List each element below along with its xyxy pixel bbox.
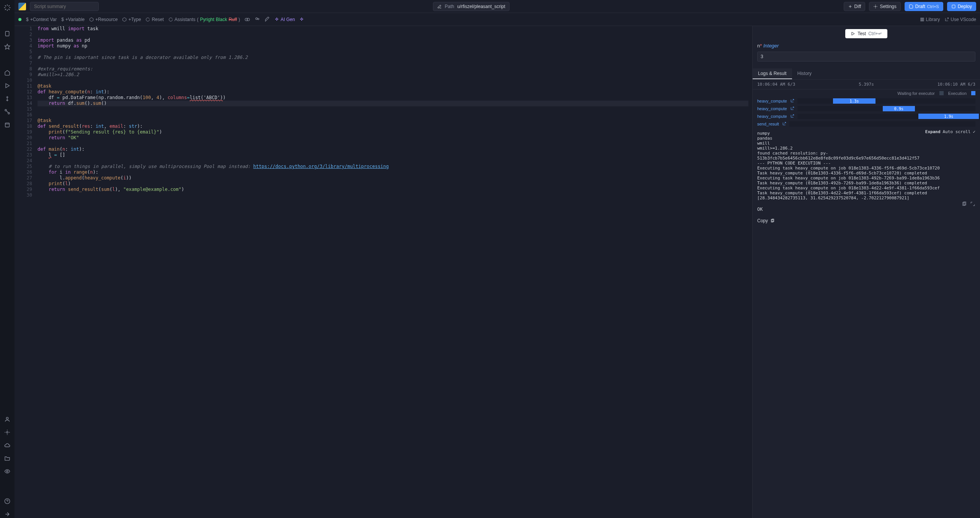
path-label: Path: [445, 4, 454, 9]
ai-gen-button[interactable]: AI Gen: [274, 17, 295, 22]
expand-result-icon[interactable]: [970, 201, 975, 208]
exec-duration: 5.397s: [859, 82, 874, 87]
reset-button[interactable]: Reset: [145, 17, 163, 22]
line-gutter: 1234567891011121314151617181920212223242…: [15, 26, 38, 518]
job-row: send_result 0.8s: [753, 120, 980, 128]
add-resource[interactable]: +Resource: [89, 17, 118, 22]
legend: Waiting for executor Execution: [753, 90, 980, 97]
assistants[interactable]: Assistants (Pyright Black Ruff): [168, 17, 240, 22]
expand-button[interactable]: Expand: [925, 129, 941, 134]
svg-point-15: [258, 18, 259, 20]
svg-point-14: [256, 18, 258, 20]
svg-point-13: [247, 18, 250, 21]
tab-history[interactable]: History: [792, 68, 817, 79]
svg-point-4: [8, 112, 10, 114]
job-name[interactable]: heavy_compute: [757, 114, 787, 119]
cloud-icon[interactable]: [3, 441, 11, 449]
folder-icon[interactable]: [3, 454, 11, 462]
open-job-icon[interactable]: [790, 114, 794, 119]
open-job-icon[interactable]: [782, 122, 786, 127]
refresh-icon: [145, 17, 150, 22]
code-body[interactable]: from wmill import taskimport pandas as p…: [38, 26, 752, 518]
use-vscode-button[interactable]: Use VScode: [944, 17, 976, 22]
library-button[interactable]: Library: [920, 17, 940, 22]
external-icon: [944, 17, 949, 22]
brush-icon[interactable]: [265, 17, 270, 22]
job-row: heavy_compute 0.9s: [753, 105, 980, 112]
open-job-icon[interactable]: [790, 106, 794, 111]
play-icon: [851, 31, 855, 36]
svg-rect-11: [952, 5, 955, 8]
exec-end: 10:06:10 AM 6/3: [938, 82, 975, 87]
job-name[interactable]: send_result: [757, 122, 779, 126]
code-editor[interactable]: 1234567891011121314151617181920212223242…: [15, 26, 752, 518]
gear-icon: [873, 4, 878, 9]
type-icon: [122, 17, 127, 22]
eye-icon[interactable]: [3, 468, 11, 475]
logo-icon[interactable]: [3, 4, 11, 11]
add-context-var[interactable]: $+Context Var: [26, 17, 57, 22]
open-job-icon[interactable]: [790, 99, 794, 104]
draft-button[interactable]: Draft Ctrl+S: [905, 2, 943, 11]
user-icon[interactable]: [3, 415, 11, 423]
toggle-icon[interactable]: [245, 17, 250, 22]
legend-exec-sw: [971, 91, 975, 95]
legend-waiting-sw: [939, 91, 944, 95]
test-button[interactable]: Test Ctrl+↵: [845, 29, 887, 38]
svg-marker-1: [5, 44, 10, 49]
diff-label: Diff: [854, 4, 861, 9]
toolbar: $+Context Var $+Variable +Resource +Type…: [15, 13, 980, 26]
svg-point-10: [875, 6, 876, 7]
job-name[interactable]: heavy_compute: [757, 99, 787, 103]
job-name[interactable]: heavy_compute: [757, 106, 787, 111]
settings-button[interactable]: Settings: [869, 2, 900, 11]
copy-button[interactable]: Copy: [753, 218, 980, 223]
status-dot: [18, 18, 21, 21]
exec-start: 10:06:04 AM 6/3: [757, 82, 795, 87]
add-variable[interactable]: $+Variable: [61, 17, 85, 22]
edit-icon: [437, 4, 442, 9]
autoscroll-label: Auto scroll: [943, 129, 971, 134]
play-icon[interactable]: [3, 82, 11, 90]
star-icon[interactable]: [3, 43, 11, 50]
svg-rect-18: [923, 18, 924, 21]
settings-icon[interactable]: [3, 428, 11, 436]
deploy-button[interactable]: Deploy: [947, 2, 976, 11]
calendar-icon[interactable]: [3, 121, 11, 129]
copy-result-icon[interactable]: [962, 201, 967, 208]
svg-point-8: [7, 471, 8, 472]
collapse-icon[interactable]: [3, 510, 11, 518]
ai-settings-icon[interactable]: [299, 17, 304, 22]
svg-point-3: [5, 109, 7, 111]
settings-label: Settings: [880, 4, 896, 9]
autoscroll-check-icon[interactable]: ✓: [973, 129, 975, 134]
test-label: Test: [858, 31, 866, 36]
nodes-icon[interactable]: [3, 108, 11, 116]
box-icon: [89, 17, 94, 22]
library-icon: [920, 17, 924, 22]
job-timeline: heavy_compute 1.3s heavy_compute 0.9s he…: [753, 97, 980, 128]
path-pill[interactable]: Path u/rfiszel/pleasant_script: [433, 2, 510, 11]
plus-minus-icon: [848, 4, 853, 9]
copy-icon: [770, 218, 775, 223]
save-icon: [909, 4, 913, 9]
tab-logs-result[interactable]: Logs & Result: [753, 68, 792, 79]
exec-header: 10:06:04 AM 6/3 5.397s 10:06:10 AM 6/3: [753, 80, 980, 90]
svg-marker-19: [852, 32, 854, 35]
logs-controls: Expand Auto scroll ✓: [925, 129, 975, 134]
svg-rect-5: [5, 123, 10, 127]
help-icon[interactable]: [3, 497, 11, 505]
diff-button[interactable]: Diff: [844, 2, 866, 11]
svg-point-7: [7, 432, 8, 433]
deploy-icon: [951, 4, 956, 9]
draft-shortcut: Ctrl+S: [927, 4, 939, 9]
param-n-input[interactable]: [757, 52, 975, 62]
clipboard-icon[interactable]: [3, 30, 11, 37]
dollar-icon[interactable]: [3, 95, 11, 103]
users-icon[interactable]: [255, 17, 260, 22]
home-icon[interactable]: [3, 69, 11, 77]
logs-area: Expand Auto scroll ✓ numpypandaswmillwmi…: [753, 128, 980, 204]
sidebar-rail: [0, 0, 15, 518]
add-type[interactable]: +Type: [122, 17, 141, 22]
script-summary-input[interactable]: [30, 2, 99, 11]
